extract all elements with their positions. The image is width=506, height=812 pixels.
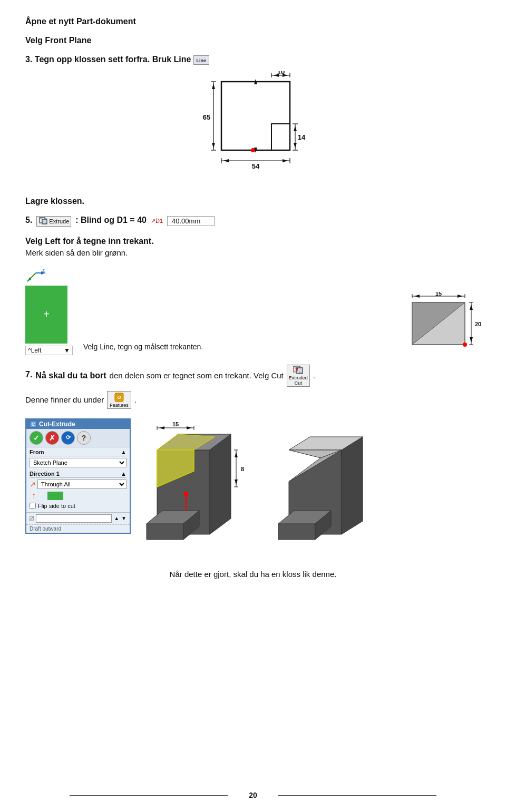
cut-extrude-section: C Cut-Extrude ✓ ✗ ⟳ ? From ▲ Sketch Plan… xyxy=(25,418,481,562)
block-2-container xyxy=(273,418,389,562)
direction1-row: ↗ Through All xyxy=(30,480,126,489)
step-2-title: Velg Front Plane xyxy=(25,36,481,45)
svg-marker-17 xyxy=(294,143,297,148)
draft-up-arrow[interactable]: ▲ xyxy=(114,515,119,521)
svg-marker-21 xyxy=(223,159,229,162)
step-5-row: 5. Extrude : Blind og D1 = 40 ↗D1 40.00m… xyxy=(25,216,481,227)
d1-value-input[interactable]: 40.00mm xyxy=(167,216,215,226)
dialog-icon: C xyxy=(30,420,37,428)
svg-marker-80 xyxy=(235,452,238,457)
svg-marker-48 xyxy=(470,337,473,343)
dim-15: 15 xyxy=(435,292,442,297)
draft-icon xyxy=(30,515,34,522)
svg-marker-75 xyxy=(187,426,192,429)
step-1-title: Åpne et nytt Part-dokument xyxy=(25,17,481,26)
step-2: Velg Front Plane xyxy=(25,36,481,45)
help-button[interactable]: ? xyxy=(77,431,91,445)
svg-marker-66 xyxy=(147,524,183,540)
step-4-title: Lagre klossen. xyxy=(25,197,481,206)
cancel-button[interactable]: ✗ xyxy=(45,431,59,445)
blocks-container: 15 8 xyxy=(141,418,389,562)
triangle-svg: 15 20 xyxy=(396,292,481,355)
extruded-cut-icon: ExtrudedCut xyxy=(287,365,310,387)
svg-marker-42 xyxy=(414,295,420,298)
step-6-caption: Velg Line, tegn og målsett trekanten. xyxy=(83,343,386,355)
dialog-toolbar: ✓ ✗ ⟳ ? xyxy=(26,429,130,447)
footer-line-right xyxy=(278,795,436,796)
draft-row: ▲ ▼ xyxy=(26,512,130,524)
step-6-subtitle: Merk siden så den blir grønn. xyxy=(25,248,481,257)
direction-arrow-icon: ↗ xyxy=(30,480,36,488)
from-select[interactable]: Sketch Plane xyxy=(30,458,126,467)
step-1: Åpne et nytt Part-dokument xyxy=(25,17,481,26)
step-3-title: 3. Tegn opp klossen sett forfra. Bruk Li… xyxy=(25,55,481,65)
dim-65: 65 xyxy=(203,113,210,121)
step-6: Velg Left for å tegne inn trekant. Merk … xyxy=(25,237,481,355)
green-bar xyxy=(47,492,63,500)
cut-label: ExtrudedCut xyxy=(289,375,308,386)
step-3: 3. Tegn opp klossen sett forfra. Bruk Li… xyxy=(25,55,481,187)
cut-extrude-dialog: C Cut-Extrude ✓ ✗ ⟳ ? From ▲ Sketch Plan… xyxy=(25,418,131,534)
green-block: + xyxy=(25,286,67,344)
svg-text:C: C xyxy=(32,422,35,427)
page-footer: 20 xyxy=(0,791,506,799)
svg-text:8: 8 xyxy=(241,466,244,472)
footer-line-left xyxy=(70,795,228,796)
features-label: Features xyxy=(110,403,129,408)
step-3-label: 3. Tegn opp klossen sett forfra. Bruk Li… xyxy=(25,55,193,64)
from-label: From xyxy=(30,449,44,455)
preview-button[interactable]: ⟳ xyxy=(61,431,75,445)
step-7: 7. Nå skal du ta bort den delen som er t… xyxy=(25,365,481,409)
step-7-number: 7. xyxy=(25,370,32,379)
sketch-diagram-container: 65 10 14 54 xyxy=(25,71,481,187)
svg-marker-7 xyxy=(212,143,215,148)
dim-54: 54 xyxy=(252,162,260,170)
sketch-diagram: 65 10 14 54 xyxy=(184,71,322,187)
extrude-icon: Extrude xyxy=(36,216,71,227)
left-panel: Y Z + ^Left ▼ xyxy=(25,262,73,355)
block-1-container: 15 8 xyxy=(141,418,262,562)
step-7-title-row: 7. Nå skal du ta bort den delen som er t… xyxy=(25,365,481,387)
draft-down-arrow[interactable]: ▼ xyxy=(121,515,126,521)
direction1-header: Direction 1 ▲ xyxy=(30,471,126,478)
svg-text:15: 15 xyxy=(172,421,179,427)
flip-side-label: Flip side to cut xyxy=(38,503,75,509)
d1-icon: ↗D1 xyxy=(151,218,163,224)
svg-marker-22 xyxy=(283,159,288,162)
svg-marker-74 xyxy=(159,426,164,429)
svg-rect-0 xyxy=(221,82,290,150)
svg-marker-43 xyxy=(458,295,463,298)
axis-icon: Y Z xyxy=(25,262,46,283)
page: Åpne et nytt Part-dokument Velg Front Pl… xyxy=(0,0,506,812)
extrude-svg xyxy=(38,217,48,226)
svg-marker-81 xyxy=(235,480,238,485)
svg-rect-26 xyxy=(42,219,47,224)
dim-14: 14 xyxy=(298,133,306,141)
from-arrow: ▲ xyxy=(121,449,126,455)
step-5-number: 5. xyxy=(25,216,32,225)
dim-20: 20 xyxy=(475,321,481,327)
svg-marker-65 xyxy=(210,434,231,534)
step-7-features-row: Denne finner du under Features . xyxy=(25,391,481,409)
from-header: From ▲ xyxy=(30,449,126,456)
final-caption: Når dette er gjort, skal du ha en kloss … xyxy=(25,570,481,579)
draft-label: Draft outward xyxy=(26,524,130,533)
dim-10: 10 xyxy=(277,71,285,76)
draft-input[interactable] xyxy=(36,514,112,523)
features-icon: Features xyxy=(107,391,131,409)
direction1-label: Direction 1 xyxy=(30,471,60,477)
svg-marker-16 xyxy=(294,126,297,131)
features-svg xyxy=(114,392,124,403)
triangle-diagram: 15 20 xyxy=(396,292,481,355)
from-section: From ▲ Sketch Plane xyxy=(26,447,130,469)
flip-side-checkbox[interactable] xyxy=(30,503,36,509)
left-dropdown[interactable]: ^Left ▼ xyxy=(25,346,73,355)
step-7-rest: den delen som er tegnet som en trekant. … xyxy=(110,371,284,380)
direction1-arrow: ▲ xyxy=(121,471,126,477)
line-icon: Line xyxy=(193,55,209,65)
ok-button[interactable]: ✓ xyxy=(30,431,43,445)
through-all-select[interactable]: Through All xyxy=(37,480,126,489)
svg-marker-87 xyxy=(342,437,363,534)
dialog-title: C Cut-Extrude xyxy=(26,419,130,429)
step-6-title: Velg Left for å tegne inn trekant. xyxy=(25,237,481,246)
